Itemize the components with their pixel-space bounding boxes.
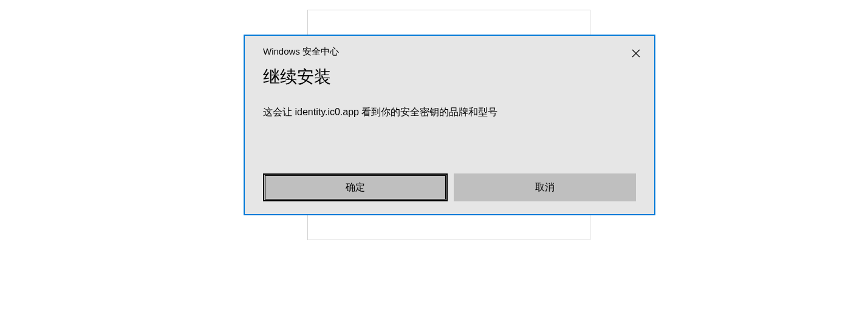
ok-button-label: 确定	[346, 181, 365, 194]
close-button[interactable]	[629, 46, 643, 61]
close-icon	[632, 49, 640, 58]
dialog-headline: 继续安装	[245, 61, 654, 89]
ok-button[interactable]: 确定	[263, 173, 448, 201]
dialog-title-small: Windows 安全中心	[263, 46, 339, 58]
security-dialog: Windows 安全中心 继续安装 这会让 identity.ic0.app 看…	[244, 35, 655, 215]
dialog-body-text: 这会让 identity.ic0.app 看到你的安全密钥的品牌和型号	[245, 89, 654, 119]
dialog-footer: 确定 取消	[263, 173, 636, 201]
cancel-button-label: 取消	[535, 181, 555, 194]
cancel-button[interactable]: 取消	[454, 173, 636, 201]
dialog-header: Windows 安全中心	[245, 36, 654, 61]
